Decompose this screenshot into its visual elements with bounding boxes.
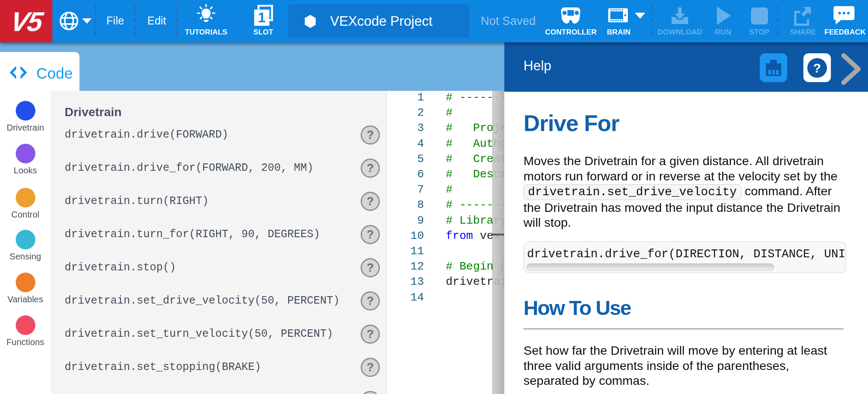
svg-text:1: 1 (258, 10, 266, 25)
